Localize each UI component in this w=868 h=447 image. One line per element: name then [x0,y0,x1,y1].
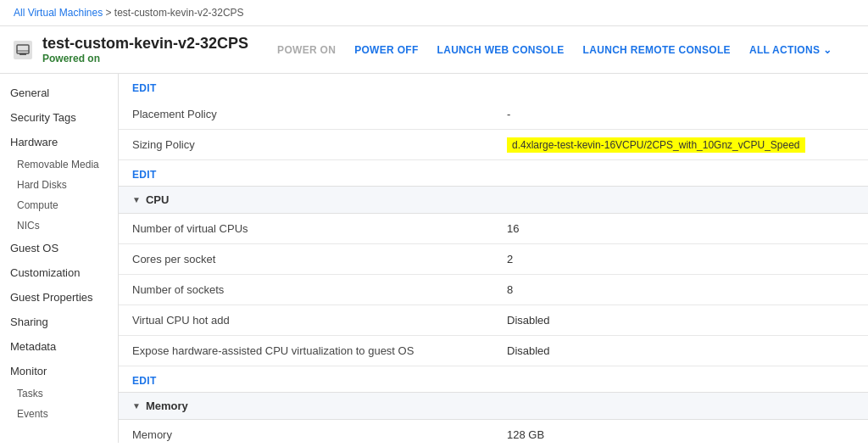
placement-policy-label: Placement Policy [119,99,493,130]
sidebar-item-hardware[interactable]: Hardware [0,130,118,154]
sidebar-item-monitor[interactable]: Monitor [0,359,118,383]
memory-section: EDIT ▼ Memory Memory 128 GB Memory hot a… [119,366,868,443]
table-row: Placement Policy - [119,99,868,130]
cpu-section-header[interactable]: ▼ CPU [119,186,868,214]
vcpu-count-label: Number of virtual CPUs [119,214,493,244]
sidebar-item-events[interactable]: Events [0,404,118,424]
sidebar-item-metadata[interactable]: Metadata [0,334,118,359]
sidebar-item-tasks[interactable]: Tasks [0,383,118,404]
sidebar-item-general[interactable]: General [0,81,118,105]
svg-rect-2 [19,53,26,55]
memory-table: Memory 128 GB Memory hot add Disabled [119,420,868,443]
edit2-button[interactable]: EDIT [119,160,170,186]
breadcrumb-parent[interactable]: All Virtual Machines [14,7,103,19]
cpu-virt-value: Disabled [493,336,868,366]
main-layout: General Security Tags Hardware Removable… [0,74,868,443]
chevron-down-icon: ▼ [132,401,141,411]
table-row: Number of sockets 8 [119,275,868,305]
chevron-down-icon: ⌄ [823,44,832,56]
sizing-policy-value: d.4xlarge-test-kevin-16VCPU/2CPS_with_10… [493,130,868,160]
cpu-table: Number of virtual CPUs 16 Cores per sock… [119,214,868,366]
sidebar-item-security-tags[interactable]: Security Tags [0,105,118,130]
sidebar-item-sharing[interactable]: Sharing [0,310,118,334]
memory-label: Memory [119,420,493,443]
sidebar-item-nics[interactable]: NICs [0,215,118,236]
sizing-policy-highlight: d.4xlarge-test-kevin-16VCPU/2CPS_with_10… [507,137,805,153]
vm-name: test-custom-kevin-v2-32CPS [42,35,248,53]
header-title-block: test-custom-kevin-v2-32CPS Powered on [42,35,248,64]
cpu-hot-add-value: Disabled [493,305,868,336]
table-row: Virtual CPU hot add Disabled [119,305,868,336]
cpu-virt-label: Expose hardware-assisted CPU virtualizat… [119,336,493,366]
power-on-button[interactable]: POWER ON [269,39,344,61]
table-row: Sizing Policy d.4xlarge-test-kevin-16VCP… [119,130,868,160]
sidebar-item-guest-os[interactable]: Guest OS [0,236,118,260]
launch-web-console-button[interactable]: LAUNCH WEB CONSOLE [429,39,573,61]
all-actions-label: ALL ACTIONS [749,44,820,56]
sidebar-item-removable-media[interactable]: Removable Media [0,154,118,175]
table-row: Cores per socket 2 [119,244,868,275]
sidebar-item-guest-properties[interactable]: Guest Properties [0,285,118,310]
placement-policy-value: - [493,99,868,130]
launch-remote-console-button[interactable]: LAUNCH REMOTE CONSOLE [575,39,739,61]
sidebar-item-customization[interactable]: Customization [0,260,118,285]
sidebar: General Security Tags Hardware Removable… [0,74,119,443]
cpu-section-label: CPU [146,193,169,206]
cores-per-socket-value: 2 [493,244,868,275]
sidebar-item-compute[interactable]: Compute [0,195,118,215]
cpu-section: EDIT ▼ CPU Number of virtual CPUs 16 Cor… [119,160,868,366]
num-sockets-value: 8 [493,275,868,305]
memory-section-label: Memory [146,400,188,412]
policy-section: EDIT Placement Policy - Sizing Policy d.… [119,74,868,160]
all-actions-button[interactable]: ALL ACTIONS ⌄ [741,39,841,61]
power-off-button[interactable]: POWER OFF [346,39,426,61]
breadcrumb-current: test-custom-kevin-v2-32CPS [114,7,244,19]
table-row: Memory 128 GB [119,420,868,443]
vm-icon [14,41,32,59]
memory-value: 128 GB [493,420,868,443]
breadcrumb: All Virtual Machines > test-custom-kevin… [0,0,868,26]
edit3-button[interactable]: EDIT [119,366,170,392]
memory-section-header[interactable]: ▼ Memory [119,392,868,420]
table-row: Expose hardware-assisted CPU virtualizat… [119,336,868,366]
vm-status: Powered on [42,53,248,64]
cores-per-socket-label: Cores per socket [119,244,493,275]
cpu-hot-add-label: Virtual CPU hot add [119,305,493,336]
vcpu-count-value: 16 [493,214,868,244]
chevron-down-icon: ▼ [132,195,141,204]
policy-table: Placement Policy - Sizing Policy d.4xlar… [119,99,868,160]
table-row: Number of virtual CPUs 16 [119,214,868,244]
svg-rect-0 [17,45,29,53]
content-area: EDIT Placement Policy - Sizing Policy d.… [119,74,868,443]
num-sockets-label: Number of sockets [119,275,493,305]
sidebar-item-hard-disks[interactable]: Hard Disks [0,175,118,195]
sizing-policy-label: Sizing Policy [119,130,493,160]
header-row: test-custom-kevin-v2-32CPS Powered on PO… [0,26,868,74]
header-actions: POWER ON POWER OFF LAUNCH WEB CONSOLE LA… [269,39,840,61]
edit1-button[interactable]: EDIT [119,74,170,99]
